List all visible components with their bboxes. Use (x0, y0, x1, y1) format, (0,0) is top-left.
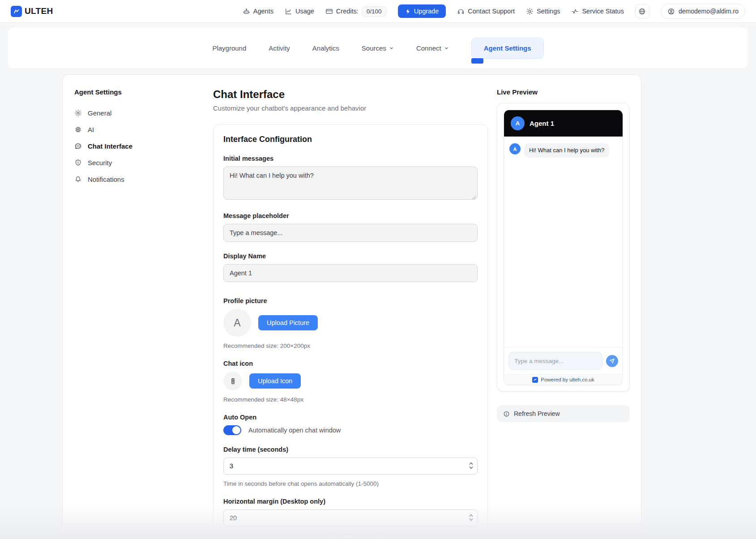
toggle-knob (232, 426, 240, 434)
message-placeholder-input[interactable] (223, 224, 478, 242)
initial-messages-label: Initial messages (223, 155, 478, 162)
upload-icon-button[interactable]: Upload Icon (249, 373, 301, 389)
tab-sources-label: Sources (362, 44, 386, 52)
section-title: Interface Configuration (223, 135, 478, 144)
refresh-preview-button[interactable]: Refresh Preview (497, 405, 630, 422)
gear-icon (74, 109, 82, 117)
shield-icon (74, 159, 82, 167)
horizontal-margin-input[interactable] (223, 509, 478, 526)
powered-by-label: Powered by ulteh.co.uk (541, 377, 594, 382)
delay-time-input[interactable] (223, 458, 478, 475)
sidebar-item-security[interactable]: Security (74, 154, 213, 171)
number-stepper-icon[interactable] (469, 513, 474, 522)
sidebar-item-general[interactable]: General (74, 105, 213, 121)
cpu-chip-icon (74, 126, 82, 133)
upgrade-button[interactable]: Upgrade (398, 4, 446, 18)
auto-open-toggle[interactable] (223, 425, 241, 435)
delay-time-hint: Time in seconds before chat opens automa… (223, 480, 478, 487)
nav-credits-label: Credits: (336, 8, 359, 15)
tab-connect-label: Connect (416, 44, 441, 52)
upgrade-label: Upgrade (414, 8, 439, 15)
chat-icon-label: Chat icon (223, 360, 478, 367)
nav-contact-support[interactable]: Contact Support (457, 8, 515, 15)
bell-icon (74, 175, 82, 183)
auto-open-label: Auto Open (223, 414, 478, 421)
tab-playground[interactable]: Playground (212, 44, 246, 52)
nav-credits: Credits: 0/100 (325, 6, 387, 17)
chat-widget-header: A Agent 1 (504, 110, 623, 137)
robot-icon (243, 8, 250, 15)
brand-logo-icon (11, 6, 22, 17)
tab-activity[interactable]: Activity (269, 44, 290, 52)
chat-widget-preview: A Agent 1 A Hi! What can I help you with… (504, 110, 623, 385)
chat-icon-hint: Recommended size: 48×48px (223, 396, 478, 403)
chat-icon-field: Chat icon Upload Icon Recommended size: … (223, 360, 478, 403)
user-account-pill[interactable]: demodemo@aldim.ro (661, 4, 745, 19)
live-preview-panel: Live Preview A Agent 1 A Hi! What can I … (497, 86, 630, 539)
initial-messages-field: Initial messages Hi! What can I help you… (223, 155, 478, 201)
credit-card-icon (325, 8, 333, 15)
message-avatar: A (509, 143, 521, 154)
sidebar-item-chat-interface[interactable]: Chat Interface (74, 138, 213, 154)
top-navbar: ULTEH Agents Usage Credits: 0/100 Up (0, 0, 756, 23)
nav-settings[interactable]: Settings (526, 8, 560, 15)
display-name-field: Display Name (223, 252, 478, 282)
agent-avatar: A (511, 116, 525, 130)
powered-by-bar: Powered by ulteh.co.uk (504, 374, 623, 385)
horizontal-margin-field: Horizontal margin (Desktop only) Side sp… (223, 498, 478, 539)
upload-picture-button[interactable]: Upload Picture (258, 315, 318, 330)
display-name-label: Display Name (223, 252, 478, 260)
nav-agents[interactable]: Agents (243, 8, 273, 15)
globe-icon (638, 8, 646, 15)
lightning-icon (405, 9, 411, 14)
sidebar-item-ai[interactable]: AI (74, 121, 213, 138)
chevron-down-icon (444, 46, 449, 51)
profile-picture-hint: Recommended size: 200×200px (223, 342, 478, 349)
agent-settings-card: Agent Settings General AI Chat Interface… (62, 74, 641, 539)
tab-connect[interactable]: Connect (416, 44, 449, 52)
tab-agent-settings[interactable]: Agent Settings (471, 38, 544, 59)
initial-messages-textarea[interactable]: Hi! What can I help you with? (223, 167, 478, 200)
message-placeholder-field: Message placeholder (223, 212, 478, 242)
delay-time-field: Delay time (seconds) Time in seconds bef… (223, 446, 478, 487)
sidebar-item-label: Security (88, 159, 112, 167)
page-subtitle: Customize your chatbot's appearance and … (213, 104, 488, 112)
tab-analytics[interactable]: Analytics (312, 44, 339, 52)
send-button[interactable] (606, 355, 618, 367)
horizontal-margin-label: Horizontal margin (Desktop only) (223, 498, 478, 505)
gear-icon (526, 8, 534, 15)
chat-icon-preview (223, 372, 242, 390)
nav-usage[interactable]: Usage (285, 8, 314, 15)
settings-sidebar: Agent Settings General AI Chat Interface… (74, 86, 213, 539)
sidebar-item-label: AI (88, 126, 94, 133)
message-placeholder-label: Message placeholder (223, 212, 478, 219)
language-globe-button[interactable] (635, 4, 649, 18)
refresh-preview-label: Refresh Preview (514, 410, 560, 417)
number-stepper-icon[interactable] (469, 461, 474, 471)
info-icon (503, 411, 510, 417)
delay-time-label: Delay time (seconds) (223, 446, 478, 453)
document-icon (229, 377, 237, 385)
agent-name: Agent 1 (530, 120, 554, 127)
sidebar-item-label: Notifications (88, 175, 124, 183)
activity-pulse-icon (571, 8, 579, 15)
paper-plane-icon (609, 358, 615, 364)
tab-sources[interactable]: Sources (362, 44, 394, 52)
profile-picture-label: Profile picture (223, 297, 478, 304)
preview-card: A Agent 1 A Hi! What can I help you with… (497, 103, 630, 392)
chat-message-input[interactable] (508, 352, 602, 370)
credits-badge: 0/100 (362, 6, 387, 17)
chat-bubble-icon (74, 142, 82, 150)
profile-picture-field: Profile picture A Upload Picture Recomme… (223, 297, 478, 349)
sidebar-item-notifications[interactable]: Notifications (74, 171, 213, 188)
topnav-links: Agents Usage Credits: 0/100 Upgrade Co (243, 4, 745, 19)
nav-service-status[interactable]: Service Status (571, 8, 624, 15)
agent-tabs-bar: Playground Activity Analytics Sources Co… (8, 28, 748, 68)
brand[interactable]: ULTEH (11, 6, 53, 17)
resize-handle-icon[interactable] (471, 195, 476, 200)
chat-input-bar (504, 347, 623, 374)
horizontal-margin-hint: Side spacing from screen edge in pixels … (223, 532, 478, 539)
chat-messages-area: A Hi! What can I help you with? (504, 137, 623, 347)
display-name-input[interactable] (223, 264, 478, 282)
interface-configuration-card: Interface Configuration Initial messages… (213, 124, 488, 539)
